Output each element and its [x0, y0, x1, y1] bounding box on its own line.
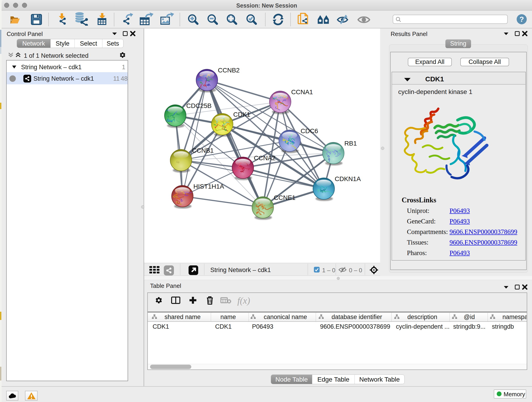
svg-text:CDKN1A: CDKN1A: [335, 175, 361, 182]
svg-text:CDC6: CDC6: [301, 128, 318, 134]
svg-text:CDC25B: CDC25B: [186, 102, 211, 109]
svg-text:CDK1: CDK1: [233, 111, 250, 118]
svg-text:CCNE1: CCNE1: [274, 194, 296, 201]
svg-text:CCNA2: CCNA2: [254, 154, 276, 162]
svg-text:RB1: RB1: [344, 140, 357, 147]
svg-text:CCNB2: CCNB2: [218, 67, 240, 74]
svg-text:HIST1H1A: HIST1H1A: [193, 183, 224, 190]
svg-text:CCNA1: CCNA1: [291, 89, 313, 96]
svg-text:CCNB1: CCNB1: [192, 147, 214, 154]
